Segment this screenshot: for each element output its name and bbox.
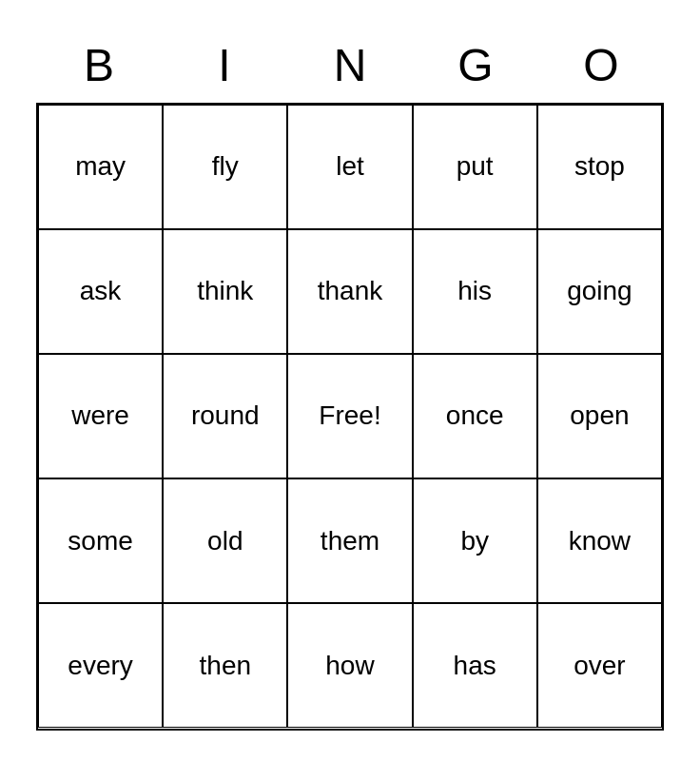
cell-0-0[interactable]: may (38, 105, 163, 229)
cell-3-0[interactable]: some (38, 478, 163, 603)
header-i: I (162, 31, 287, 99)
cell-1-2[interactable]: thank (287, 229, 412, 354)
header-b: B (36, 31, 162, 99)
cell-1-1[interactable]: think (163, 229, 287, 354)
cell-2-4[interactable]: open (537, 354, 662, 478)
cell-3-4[interactable]: know (537, 478, 662, 603)
bingo-grid: may fly let put stop ask think thank his… (36, 103, 664, 731)
cell-0-1[interactable]: fly (163, 105, 287, 229)
bingo-card: B I N G O may fly let put stop ask think… (17, 12, 683, 750)
cell-1-3[interactable]: his (413, 229, 537, 354)
cell-0-3[interactable]: put (413, 105, 537, 229)
cell-4-4[interactable]: over (537, 603, 662, 728)
cell-0-4[interactable]: stop (537, 105, 662, 229)
cell-2-0[interactable]: were (38, 354, 163, 478)
cell-1-4[interactable]: going (537, 229, 662, 354)
bingo-header: B I N G O (36, 31, 664, 99)
cell-3-1[interactable]: old (163, 478, 287, 603)
cell-1-0[interactable]: ask (38, 229, 163, 354)
cell-2-2-free[interactable]: Free! (287, 354, 412, 478)
cell-4-1[interactable]: then (163, 603, 287, 728)
header-n: N (287, 31, 413, 99)
cell-0-2[interactable]: let (287, 105, 412, 229)
header-o: O (538, 31, 664, 99)
cell-2-1[interactable]: round (163, 354, 287, 478)
cell-3-2[interactable]: them (287, 478, 412, 603)
cell-3-3[interactable]: by (413, 478, 537, 603)
cell-4-2[interactable]: how (287, 603, 412, 728)
cell-4-3[interactable]: has (413, 603, 537, 728)
cell-2-3[interactable]: once (413, 354, 537, 478)
cell-4-0[interactable]: every (38, 603, 163, 728)
header-g: G (413, 31, 538, 99)
